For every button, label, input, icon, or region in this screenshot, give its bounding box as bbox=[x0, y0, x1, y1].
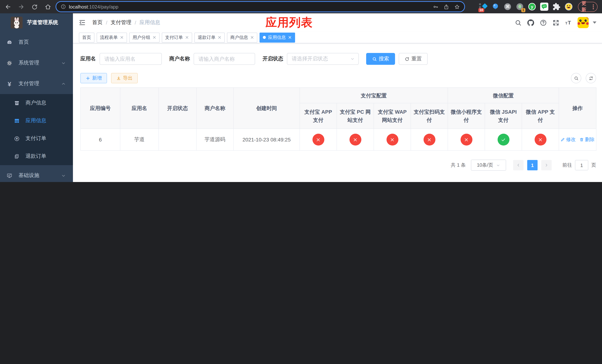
extension-diamond-icon[interactable]: 10 bbox=[479, 3, 487, 11]
extension-proxy-icon[interactable]: 1 bbox=[516, 3, 524, 11]
config-status-icon bbox=[534, 134, 546, 146]
delete-link[interactable]: 删除 bbox=[580, 136, 595, 143]
breadcrumb-separator: / bbox=[135, 20, 136, 26]
app-name-input[interactable] bbox=[100, 53, 162, 65]
export-button[interactable]: 导出 bbox=[111, 73, 138, 83]
user-avatar[interactable] bbox=[578, 17, 589, 28]
sidebar-item-label: 支付订单 bbox=[26, 135, 46, 142]
sidebar-item-label: 基础设施 bbox=[19, 172, 39, 179]
tab-user-group[interactable]: 用户分组 bbox=[129, 32, 160, 43]
close-icon[interactable] bbox=[152, 36, 156, 39]
col-header-alipay-pc: 支付宝 PC 网站支付 bbox=[337, 103, 374, 129]
sidebar-item-system[interactable]: 系统管理 bbox=[0, 53, 73, 73]
github-icon[interactable] bbox=[527, 19, 534, 26]
avatar-caret-icon[interactable] bbox=[593, 21, 596, 24]
col-header-wechat-mini: 微信小程序支付 bbox=[448, 103, 485, 129]
toggle-search-button[interactable] bbox=[571, 73, 581, 83]
goto-page-input[interactable] bbox=[575, 160, 588, 170]
status-select[interactable]: 请选择开启状态 bbox=[287, 53, 359, 65]
pagination: 共 1 条 10条/页 1 前往 页 bbox=[80, 160, 596, 171]
sidebar-item-app-info[interactable]: 应用信息 bbox=[0, 112, 73, 130]
svg-text:T: T bbox=[565, 21, 568, 25]
sidebar-item-home[interactable]: 首页 bbox=[0, 32, 73, 53]
apps-table: 应用编号 应用名 开启状态 商户名称 创建时间 支付宝配置 微信配置 操作 支付… bbox=[80, 87, 596, 151]
extension-balloon-icon[interactable] bbox=[491, 3, 499, 11]
yen-icon: ¥ bbox=[7, 81, 12, 86]
sidebar-fold-icon[interactable] bbox=[78, 19, 86, 26]
next-page-button[interactable] bbox=[541, 160, 552, 170]
sidebar-item-refund-orders[interactable]: 退款订单 bbox=[0, 147, 73, 165]
refresh-button[interactable] bbox=[586, 73, 596, 83]
screen: localhost:1024/pay/app 10 ⌘ 1 y bbox=[0, 0, 602, 182]
tab-label: 应用信息 bbox=[268, 34, 286, 41]
browser-menu-icon[interactable] bbox=[593, 4, 594, 9]
tab-label: 商户信息 bbox=[230, 34, 248, 41]
tab-label: 支付订单 bbox=[165, 34, 183, 41]
address-bar[interactable]: localhost:1024/pay/app bbox=[55, 1, 465, 12]
cell-created: 2021-10-23 08:49:25 bbox=[233, 129, 300, 150]
config-status-icon bbox=[349, 134, 361, 146]
add-button[interactable]: 新增 bbox=[80, 73, 107, 83]
browser-update-button[interactable]: 更新 bbox=[578, 2, 598, 12]
close-icon[interactable] bbox=[120, 36, 124, 39]
profile-avatar-icon[interactable] bbox=[565, 3, 573, 11]
svg-text:T: T bbox=[568, 20, 571, 25]
cell-app-id: 6 bbox=[81, 129, 120, 150]
breadcrumb: 首页 / 支付管理 / 应用信息 bbox=[92, 19, 160, 26]
tab-refund-orders[interactable]: 退款订单 bbox=[194, 32, 225, 43]
back-icon[interactable] bbox=[3, 2, 13, 11]
close-icon[interactable] bbox=[250, 36, 254, 39]
reset-button-label: 重置 bbox=[411, 55, 422, 62]
close-icon[interactable] bbox=[288, 36, 292, 39]
table-row: 6 芋道 芋道源码 2021-10-23 08:49:25 bbox=[81, 129, 596, 150]
chevron-down-icon bbox=[62, 173, 65, 178]
font-size-icon[interactable]: TT bbox=[565, 19, 572, 26]
extensions-puzzle-icon[interactable] bbox=[552, 3, 560, 11]
page-number-1[interactable]: 1 bbox=[527, 160, 538, 170]
edit-link[interactable]: 修改 bbox=[560, 136, 576, 143]
tab-pay-orders[interactable]: 支付订单 bbox=[162, 32, 192, 43]
tab-process-form[interactable]: 流程表单 bbox=[97, 32, 127, 43]
search-button[interactable]: 搜索 bbox=[366, 53, 395, 65]
extension-badge: 1 bbox=[521, 8, 525, 12]
reset-button[interactable]: 重置 bbox=[399, 53, 428, 65]
prev-page-button[interactable] bbox=[513, 160, 524, 170]
bookmark-star-icon[interactable] bbox=[454, 4, 460, 10]
col-header-actions: 操作 bbox=[559, 87, 596, 129]
extension-badge: 10 bbox=[478, 8, 484, 12]
extension-command-icon[interactable]: ⌘ bbox=[504, 3, 512, 11]
tab-home[interactable]: 首页 bbox=[79, 32, 94, 43]
sidebar-item-payment[interactable]: ¥ 支付管理 bbox=[0, 73, 73, 94]
password-key-icon[interactable] bbox=[433, 4, 438, 10]
merchant-name-input[interactable] bbox=[194, 53, 255, 65]
search-icon[interactable] bbox=[515, 19, 522, 26]
sidebar-item-pay-orders[interactable]: ¥ 支付订单 bbox=[0, 130, 73, 147]
filter-form: 应用名 商户名称 开启状态 请选择开启状态 搜索 重置 bbox=[80, 53, 596, 65]
breadcrumb-home[interactable]: 首页 bbox=[92, 19, 103, 26]
config-status-icon bbox=[497, 134, 509, 146]
documents-icon bbox=[14, 153, 20, 159]
close-icon[interactable] bbox=[185, 36, 189, 39]
sidebar-item-merchant-info[interactable]: 商户信息 bbox=[0, 94, 73, 112]
close-icon[interactable] bbox=[218, 36, 221, 39]
breadcrumb-section[interactable]: 支付管理 bbox=[111, 19, 131, 26]
search-button-label: 搜索 bbox=[379, 55, 389, 62]
reload-icon[interactable] bbox=[30, 2, 39, 11]
col-header-merchant: 商户名称 bbox=[196, 87, 233, 129]
tab-label: 首页 bbox=[82, 34, 91, 41]
page-size-select[interactable]: 10条/页 bbox=[471, 160, 506, 171]
tab-app-info[interactable]: 应用信息 bbox=[259, 32, 295, 43]
cell-app-name: 芋道 bbox=[120, 129, 159, 150]
sidebar-item-infrastructure[interactable]: 基础设施 bbox=[0, 165, 73, 182]
tab-merchant-info[interactable]: 商户信息 bbox=[227, 32, 257, 43]
cell-status bbox=[159, 129, 196, 150]
fullscreen-icon[interactable] bbox=[552, 19, 559, 26]
home-icon[interactable] bbox=[43, 2, 53, 11]
extension-chat-icon[interactable] bbox=[540, 3, 548, 11]
share-icon[interactable] bbox=[443, 4, 449, 10]
config-status-icon bbox=[423, 134, 435, 146]
help-icon[interactable] bbox=[540, 19, 547, 26]
forward-icon[interactable] bbox=[16, 2, 26, 11]
extension-y-icon[interactable]: y bbox=[528, 3, 536, 11]
site-info-icon[interactable] bbox=[61, 4, 66, 9]
